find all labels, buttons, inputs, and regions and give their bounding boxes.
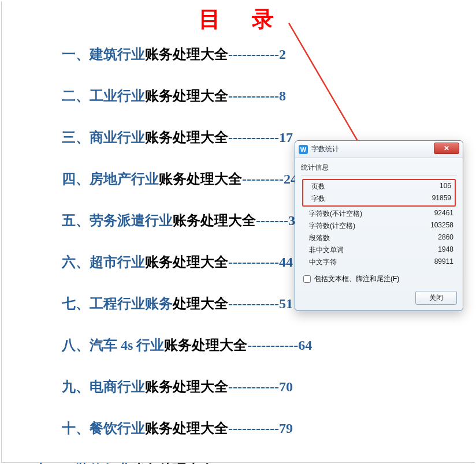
stats-label: 页数 [311, 182, 325, 192]
toc-text: 账务处理大全 [145, 45, 228, 63]
stats-row: 字数91859 [303, 193, 455, 205]
toc-number: 五、 [0, 211, 90, 230]
stats-label: 段落数 [309, 233, 330, 243]
toc-page: 44 [279, 255, 293, 270]
toc-text: 账务处理大全 [145, 87, 228, 105]
toc-leader: ------- [256, 213, 288, 229]
toc-item[interactable]: 九、电商行业账务处理大全-----------70 [0, 377, 476, 396]
title-char-1: 目 [199, 7, 224, 31]
page-title: 目录 [0, 5, 476, 34]
stats-row: 段落数2860 [301, 232, 457, 244]
dialog-titlebar[interactable]: W 字数统计 ✕ [295, 141, 463, 158]
toc-number: 一、 [0, 45, 90, 63]
toc-leader: ----------- [228, 47, 279, 62]
other-stats: 字符数(不计空格)92461字符数(计空格)103258段落数2860非中文单词… [301, 208, 457, 268]
checkbox-label: 包括文本框、脚注和尾注(F) [314, 274, 399, 284]
toc-highlight: 装修行业 [76, 461, 131, 464]
toc-leader: ----------- [228, 421, 279, 436]
stats-label: 字符数(不计空格) [309, 209, 362, 219]
stats-label: 字数 [311, 194, 325, 204]
highlighted-stats: 页数106字数91859 [302, 179, 456, 207]
toc-text: 账务处理大全 [145, 253, 228, 271]
title-char-2: 录 [252, 7, 277, 31]
stats-value: 91859 [432, 194, 451, 204]
toc-page: 70 [279, 379, 293, 395]
close-button[interactable]: 关闭 [415, 291, 457, 305]
toc-leader: ----------- [228, 88, 279, 104]
stats-label: 非中文单词 [309, 245, 344, 255]
toc-number: 十、 [0, 419, 90, 437]
toc-leader: --------- [242, 171, 284, 187]
stats-row: 中文字符89911 [301, 256, 457, 268]
stats-row: 页数106 [303, 181, 455, 193]
app-icon: W [299, 145, 308, 154]
stats-value: 92461 [434, 209, 453, 219]
toc-highlight: 商业行业 [90, 128, 145, 147]
toc-highlight: 电商行业 [90, 377, 145, 396]
dialog-title: 字数统计 [311, 144, 339, 154]
stats-value: 103258 [430, 221, 453, 231]
toc-highlight: 工程行业账务 [90, 294, 173, 313]
toc-number: 六、 [0, 253, 90, 271]
toc-page: 51 [279, 296, 293, 312]
toc-leader: ----------- [228, 379, 279, 395]
toc-leader: ----------- [228, 255, 279, 270]
toc-text: 账务处理大全 [173, 211, 256, 230]
toc-item[interactable]: 十一、装修行业账务处理大全-----------88 [0, 461, 476, 464]
dialog-footer: 关闭 [301, 291, 457, 305]
toc-highlight: 房地产行业 [90, 170, 159, 188]
word-count-dialog: W 字数统计 ✕ 统计信息 页数106字数91859 字符数(不计空格)9246… [295, 140, 463, 311]
close-icon[interactable]: ✕ [434, 143, 459, 154]
toc-page: 64 [298, 338, 312, 353]
toc-highlight: 劳务派遣行业 [90, 211, 173, 230]
stats-label: 字符数(计空格) [309, 221, 355, 231]
toc-text: 处理大全 [173, 294, 228, 313]
toc-number: 三、 [0, 128, 90, 147]
toc-leader: ----------- [247, 338, 298, 353]
dialog-body: 统计信息 页数106字数91859 字符数(不计空格)92461字符数(计空格)… [295, 158, 463, 310]
stats-value: 1948 [438, 245, 453, 255]
toc-leader: ----------- [228, 130, 279, 145]
stats-value: 2860 [438, 233, 453, 243]
toc-page: 2 [279, 47, 286, 62]
stats-group-label: 统计信息 [301, 163, 457, 173]
stats-value: 89911 [434, 257, 453, 267]
toc-highlight: 汽车 4s 行业 [90, 336, 164, 354]
toc-highlight: 超市行业 [90, 253, 145, 271]
toc-item[interactable]: 二、工业行业账务处理大全-----------8 [0, 87, 476, 105]
toc-text: 账务处理大全 [159, 170, 242, 188]
toc-item[interactable]: 八、汽车 4s 行业账务处理大全-----------64 [0, 336, 476, 354]
stats-label: 中文字符 [309, 257, 337, 267]
divider [301, 175, 457, 175]
toc-number: 九、 [0, 377, 90, 396]
toc-number: 四、 [0, 170, 90, 188]
toc-number: 二、 [0, 87, 90, 105]
stats-row: 字符数(计空格)103258 [301, 220, 457, 232]
toc-number: 七、 [0, 294, 90, 313]
include-textbox-option[interactable]: 包括文本框、脚注和尾注(F) [301, 274, 457, 284]
toc-highlight: 工业行业 [90, 87, 145, 105]
toc-text: 账务处理大全 [145, 128, 228, 147]
toc-item[interactable]: 一、建筑行业账务处理大全-----------2 [0, 45, 476, 63]
toc-page: 17 [279, 130, 293, 145]
stats-row: 字符数(不计空格)92461 [301, 208, 457, 220]
toc-leader: ----------- [228, 296, 279, 312]
toc-item[interactable]: 十、餐饮行业账务处理大全-----------79 [0, 419, 476, 437]
toc-text: 账务处理大全 [145, 377, 228, 396]
toc-page: 8 [279, 88, 286, 104]
toc-text: 账务处理大全 [131, 461, 214, 464]
stats-row: 非中文单词1948 [301, 244, 457, 256]
toc-page: 79 [279, 421, 293, 436]
toc-number: 八、 [0, 336, 90, 354]
toc-text: 账务处理大全 [145, 419, 228, 437]
stats-value: 106 [440, 182, 451, 192]
toc-number: 十一、 [0, 461, 76, 464]
toc-highlight: 餐饮行业 [90, 419, 145, 437]
include-textbox-checkbox[interactable] [303, 275, 311, 283]
toc-highlight: 建筑行业 [90, 45, 145, 63]
toc-text: 账务处理大全 [164, 336, 247, 354]
